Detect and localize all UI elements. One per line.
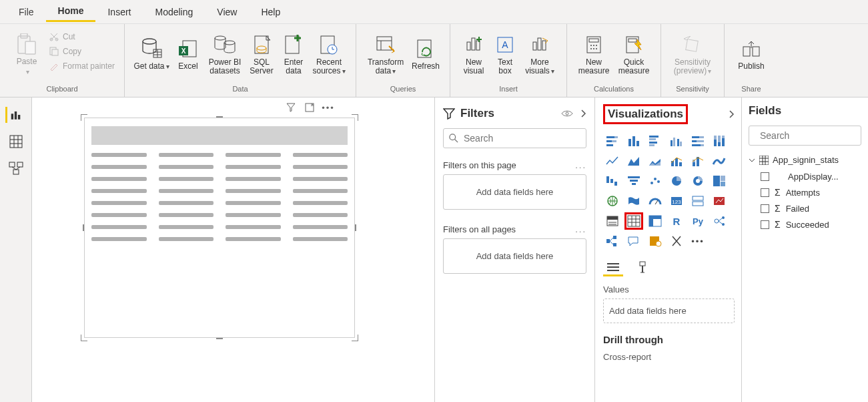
stacked-column-100-icon[interactable] bbox=[710, 132, 729, 150]
fields-tab-icon[interactable] bbox=[603, 259, 623, 276]
recent-sources-button[interactable]: Recent sources bbox=[309, 27, 349, 80]
get-more-visuals-icon[interactable]: ••• bbox=[689, 232, 707, 250]
excel-button[interactable]: X Excel bbox=[171, 27, 205, 80]
new-visual-button[interactable]: New visual bbox=[457, 27, 490, 80]
model-view-button[interactable] bbox=[8, 160, 24, 176]
stacked-column-icon[interactable] bbox=[624, 132, 643, 150]
format-tab-icon[interactable] bbox=[632, 259, 653, 276]
refresh-icon bbox=[412, 35, 439, 62]
scatter-icon[interactable] bbox=[646, 172, 665, 190]
focus-mode-icon[interactable] bbox=[304, 102, 316, 114]
filter-visual-icon[interactable] bbox=[285, 102, 297, 114]
more-visuals-button[interactable]: More visuals bbox=[520, 27, 560, 80]
line-chart-icon[interactable] bbox=[603, 152, 622, 170]
data-view-button[interactable] bbox=[8, 134, 24, 150]
cut-button[interactable]: Cut bbox=[47, 31, 117, 43]
checkbox[interactable] bbox=[761, 220, 769, 229]
combo-stacked-icon[interactable] bbox=[689, 152, 707, 170]
copy-button[interactable]: Copy bbox=[47, 45, 117, 57]
matrix-icon[interactable] bbox=[646, 212, 665, 230]
table-node[interactable]: App_signin_stats bbox=[749, 155, 861, 165]
fields-search[interactable] bbox=[749, 126, 861, 146]
filters-page-menu[interactable]: ... bbox=[575, 160, 586, 170]
combo-chart-icon[interactable] bbox=[667, 152, 686, 170]
text-box-button[interactable]: A Text box bbox=[490, 27, 520, 80]
tab-file[interactable]: File bbox=[7, 3, 46, 21]
pbi-datasets-button[interactable]: Power BI datasets bbox=[205, 27, 245, 80]
svg-rect-118 bbox=[721, 182, 725, 186]
svg-line-120 bbox=[655, 200, 658, 204]
visualizations-pane: Visualizations bbox=[594, 97, 741, 402]
tab-view[interactable]: View bbox=[205, 3, 249, 21]
svg-rect-54 bbox=[15, 112, 17, 120]
paste-button[interactable]: Paste bbox=[7, 27, 47, 80]
qa-visual-icon[interactable] bbox=[624, 232, 643, 250]
filled-map-icon[interactable] bbox=[624, 192, 643, 210]
multi-row-card-icon[interactable] bbox=[689, 192, 707, 210]
tab-modeling[interactable]: Modeling bbox=[143, 3, 205, 21]
decomposition-tree-icon[interactable] bbox=[603, 232, 622, 250]
paginated-report-icon[interactable] bbox=[667, 232, 686, 250]
field-appdisplay[interactable]: AppDisplay... bbox=[749, 172, 861, 182]
sql-server-button[interactable]: SQL Server bbox=[245, 27, 278, 80]
funnel-chart-icon[interactable] bbox=[624, 172, 643, 190]
publish-button[interactable]: Publish bbox=[731, 27, 771, 80]
treemap-icon[interactable] bbox=[710, 172, 729, 190]
checkbox[interactable] bbox=[761, 188, 769, 197]
donut-chart-icon[interactable] bbox=[689, 172, 707, 190]
enter-data-button[interactable]: Enter data bbox=[278, 27, 309, 80]
card-icon[interactable]: 123 bbox=[667, 192, 686, 210]
pie-chart-icon[interactable] bbox=[667, 172, 686, 190]
field-attempts[interactable]: ΣAttempts bbox=[749, 187, 861, 198]
stacked-bar-icon[interactable] bbox=[603, 132, 622, 150]
filters-all-drop[interactable]: Add data fields here bbox=[443, 238, 586, 274]
r-visual-icon[interactable]: R bbox=[667, 212, 686, 230]
ribbon-chart-icon[interactable] bbox=[710, 152, 729, 170]
svg-rect-71 bbox=[614, 136, 618, 138]
refresh-button[interactable]: Refresh bbox=[408, 27, 443, 80]
field-succeeded[interactable]: ΣSucceeded bbox=[749, 219, 861, 230]
tab-insert[interactable]: Insert bbox=[95, 3, 143, 21]
checkbox[interactable] bbox=[761, 204, 769, 213]
transform-data-button[interactable]: Transform data bbox=[363, 27, 408, 80]
collapse-pane-icon[interactable] bbox=[580, 109, 586, 118]
svg-point-46 bbox=[593, 48, 594, 49]
filters-page-drop[interactable]: Add data fields here bbox=[443, 174, 586, 210]
gauge-icon[interactable] bbox=[646, 192, 665, 210]
format-painter-button[interactable]: Format painter bbox=[47, 60, 117, 72]
clustered-column-icon[interactable] bbox=[667, 132, 686, 150]
visual-options-icon[interactable]: ••• bbox=[322, 102, 334, 114]
filters-all-menu[interactable]: ... bbox=[575, 224, 586, 234]
area-chart-icon[interactable] bbox=[624, 152, 643, 170]
kpi-icon[interactable] bbox=[710, 192, 729, 210]
map-icon[interactable] bbox=[603, 192, 622, 210]
field-failed[interactable]: ΣFailed bbox=[749, 203, 861, 214]
get-data-button[interactable]: Get data bbox=[131, 27, 171, 80]
drill-through-title: Drill through bbox=[603, 334, 735, 345]
clustered-bar-icon[interactable] bbox=[646, 132, 665, 150]
checkbox[interactable] bbox=[761, 172, 769, 181]
filters-search-input[interactable] bbox=[464, 133, 580, 144]
fields-search-input[interactable] bbox=[760, 130, 868, 141]
stacked-bar-100-icon[interactable] bbox=[689, 132, 707, 150]
stacked-area-icon[interactable] bbox=[646, 152, 665, 170]
python-visual-icon[interactable]: Py bbox=[689, 212, 707, 230]
new-measure-button[interactable]: New measure bbox=[574, 27, 614, 80]
slicer-icon[interactable] bbox=[603, 212, 622, 230]
tab-help[interactable]: Help bbox=[249, 3, 292, 21]
table-visual[interactable] bbox=[84, 118, 355, 338]
svg-rect-107 bbox=[628, 176, 640, 178]
filters-search[interactable] bbox=[443, 128, 586, 148]
sensitivity-button[interactable]: Sensitivity (preview) bbox=[668, 27, 717, 80]
report-view-button[interactable] bbox=[5, 107, 21, 123]
table-visual-icon[interactable] bbox=[624, 212, 643, 230]
key-influencers-icon[interactable] bbox=[710, 212, 729, 230]
collapse-pane-icon[interactable] bbox=[728, 110, 735, 119]
quick-measure-button[interactable]: Quick measure bbox=[614, 27, 654, 80]
values-drop[interactable]: Add data fields here bbox=[603, 298, 735, 323]
eye-icon[interactable] bbox=[561, 109, 573, 118]
waterfall-icon[interactable] bbox=[603, 172, 622, 190]
filters-pane: Filters Filters on this page ... Add dat… bbox=[434, 97, 594, 402]
tab-home[interactable]: Home bbox=[46, 1, 96, 22]
smart-narrative-icon[interactable] bbox=[646, 232, 665, 250]
